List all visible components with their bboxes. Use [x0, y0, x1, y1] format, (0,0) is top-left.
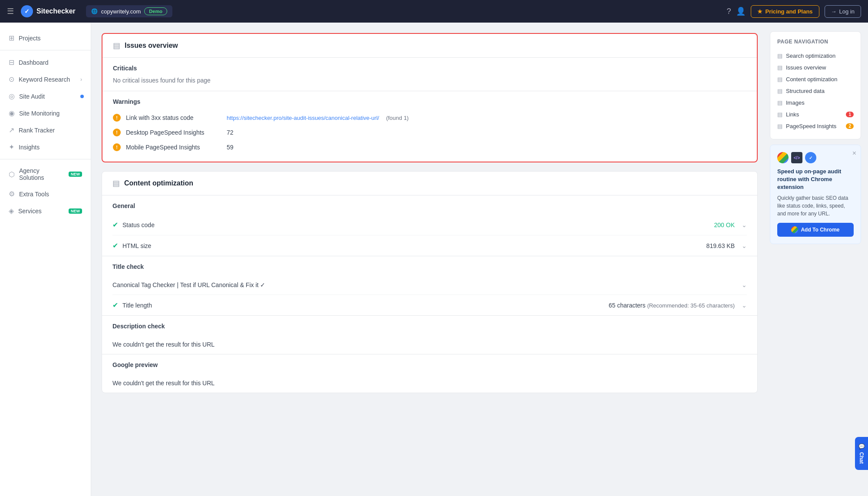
main-inner: ▤ Issues overview Criticals No critical …: [102, 33, 758, 393]
close-chrome-card-button[interactable]: ×: [852, 149, 856, 157]
services-icon: ◈: [9, 207, 14, 215]
nav-item-images[interactable]: ▤ Images: [777, 97, 854, 109]
dashboard-icon: ⊟: [9, 58, 14, 66]
title-length-recommended: (Recommended: 35-65 characters): [647, 302, 735, 309]
nav-icon-content: ▤: [777, 76, 782, 83]
sidebar-item-label: Services: [18, 208, 64, 215]
nav-label-images: Images: [786, 99, 854, 106]
expand-status-icon[interactable]: ⌄: [742, 222, 747, 228]
new-badge-services: NEW: [69, 208, 82, 214]
sitechecker-icon: ✓: [805, 152, 816, 163]
html-size-value: 819.63 KB: [706, 242, 735, 249]
pricing-label: Pricing and Plans: [765, 8, 812, 15]
sidebar-item-agency-solutions[interactable]: ⬡ Agency Solutions NEW: [0, 163, 91, 185]
menu-icon[interactable]: ☰: [7, 7, 14, 16]
sidebar-item-label: Extra Tools: [19, 191, 82, 198]
demo-badge: Demo: [144, 7, 167, 15]
chrome-btn-label: Add To Chrome: [801, 227, 839, 233]
user-button[interactable]: 👤: [736, 7, 746, 16]
warning-label-1: Link with 3xx status code: [126, 114, 221, 121]
html-size-row: ✔ HTML size 819.63 KB ⌄: [112, 235, 747, 256]
nav-label-structured: Structured data: [786, 88, 854, 94]
add-to-chrome-button[interactable]: Add To Chrome: [777, 223, 854, 237]
page-nav-title: Page navigation: [777, 39, 854, 45]
check-icon-status: ✔: [112, 221, 118, 229]
chat-label: Chat: [858, 452, 865, 464]
sidebar-divider-2: [0, 159, 91, 159]
pricing-button[interactable]: ★ Pricing and Plans: [751, 5, 819, 18]
nav-item-search-opt[interactable]: ▤ Search optimization: [777, 50, 854, 62]
sidebar-item-label: Dashboard: [19, 59, 82, 66]
google-preview-value: We couldn't get the result for this URL: [112, 380, 747, 387]
nav-icon-search: ▤: [777, 53, 782, 59]
site-audit-icon: ◎: [9, 92, 15, 100]
pricing-icon: ★: [757, 8, 762, 15]
sidebar-item-site-audit[interactable]: ◎ Site Audit: [0, 88, 91, 105]
general-section: General ✔ Status code 200 OK ⌄ ✔ HTML si…: [102, 195, 757, 256]
sidebar-item-extra-tools[interactable]: ⚙ Extra Tools: [0, 185, 91, 202]
nav-item-content-opt[interactable]: ▤ Content optimization: [777, 73, 854, 85]
expand-title-icon[interactable]: ⌄: [742, 281, 747, 288]
sidebar-item-site-monitoring[interactable]: ◉ Site Monitoring: [0, 105, 91, 122]
site-icon: 🌐: [91, 8, 98, 14]
status-code-row: ✔ Status code 200 OK ⌄: [112, 215, 747, 235]
warnings-label: Warnings: [113, 98, 746, 105]
expand-html-icon[interactable]: ⌄: [742, 242, 747, 249]
sidebar-item-rank-tracker[interactable]: ↗ Rank Tracker: [0, 122, 91, 139]
sidebar-item-insights[interactable]: ✦ Insights: [0, 139, 91, 155]
nav-item-issues[interactable]: ▤ Issues overview: [777, 62, 854, 73]
layout: ⊞ Projects ⊟ Dashboard ⊙ Keyword Researc…: [0, 23, 868, 496]
general-label: General: [112, 195, 747, 215]
sidebar-item-keyword-research[interactable]: ⊙ Keyword Research ›: [0, 71, 91, 88]
criticals-section: Criticals No critical issues found for t…: [102, 58, 757, 91]
sidebar-divider: [0, 50, 91, 50]
sidebar-item-dashboard[interactable]: ⊟ Dashboard: [0, 54, 91, 71]
chat-icon: 💬: [858, 443, 865, 450]
nav-item-links[interactable]: ▤ Links 1: [777, 109, 854, 120]
site-name: copywritely.com: [101, 8, 141, 15]
sidebar-item-services[interactable]: ◈ Services NEW: [0, 202, 91, 219]
sidebar-item-projects[interactable]: ⊞ Projects: [0, 30, 91, 46]
nav-icon-pagespeed: ▤: [777, 123, 782, 129]
warning-link-1[interactable]: https://sitechecker.pro/site-audit-issue…: [227, 115, 379, 121]
site-pill[interactable]: 🌐 copywritely.com Demo: [86, 5, 172, 17]
login-icon: →: [831, 8, 837, 15]
notification-dot: [80, 95, 84, 98]
content-opt-header: ▤ Content optimization: [102, 172, 757, 195]
nav-label-pagespeed: PageSpeed Insights: [786, 123, 842, 129]
status-code-label: Status code: [122, 222, 714, 228]
help-button[interactable]: ?: [726, 7, 731, 16]
status-code-value: 200 OK: [714, 222, 735, 228]
description-value-row: We couldn't get the result for this URL: [112, 335, 747, 354]
new-badge: NEW: [69, 172, 82, 177]
issues-overview-card: ▤ Issues overview Criticals No critical …: [102, 33, 758, 162]
sidebar-item-label: Agency Solutions: [19, 167, 64, 181]
sidebar-item-label: Insights: [19, 144, 82, 151]
login-button[interactable]: → Log in: [825, 5, 861, 18]
monitoring-icon: ◉: [9, 109, 15, 117]
chrome-card-title: Speed up on-page audit routine with Chro…: [777, 168, 854, 192]
warning-label-2: Desktop PageSpeed Insights: [126, 129, 221, 136]
nav-item-pagespeed[interactable]: ▤ PageSpeed Insights 2: [777, 120, 854, 132]
warning-icon-1: !: [113, 114, 121, 122]
google-preview-value-row: We couldn't get the result for this URL: [112, 374, 747, 393]
content-optimization-card: ▤ Content optimization General ✔ Status …: [102, 171, 758, 393]
nav-icon-images: ▤: [777, 99, 782, 106]
warning-found-1: (found 1): [386, 115, 409, 121]
chrome-icons: </> ✓: [777, 152, 854, 163]
expand-title-length-icon[interactable]: ⌄: [742, 302, 747, 309]
logo[interactable]: ✓ Sitechecker: [21, 5, 76, 17]
chat-button[interactable]: 💬 Chat: [855, 437, 868, 470]
nav-icon-links: ▤: [777, 111, 782, 118]
warning-icon-3: !: [113, 143, 121, 151]
title-length-value: 65 characters (Recommended: 35-65 charac…: [609, 302, 735, 309]
nav-label-links: Links: [786, 111, 842, 118]
sidebar: ⊞ Projects ⊟ Dashboard ⊙ Keyword Researc…: [0, 23, 91, 496]
right-panel: Page navigation ▤ Search optimization ▤ …: [770, 31, 861, 244]
nav-item-structured-data[interactable]: ▤ Structured data: [777, 85, 854, 97]
no-criticals-text: No critical issues found for this page: [113, 77, 211, 84]
sidebar-item-label: Projects: [19, 35, 82, 42]
insights-icon: ✦: [9, 143, 14, 151]
warning-row-link: ! Link with 3xx status code https://site…: [113, 110, 746, 125]
links-badge: 1: [846, 112, 854, 117]
